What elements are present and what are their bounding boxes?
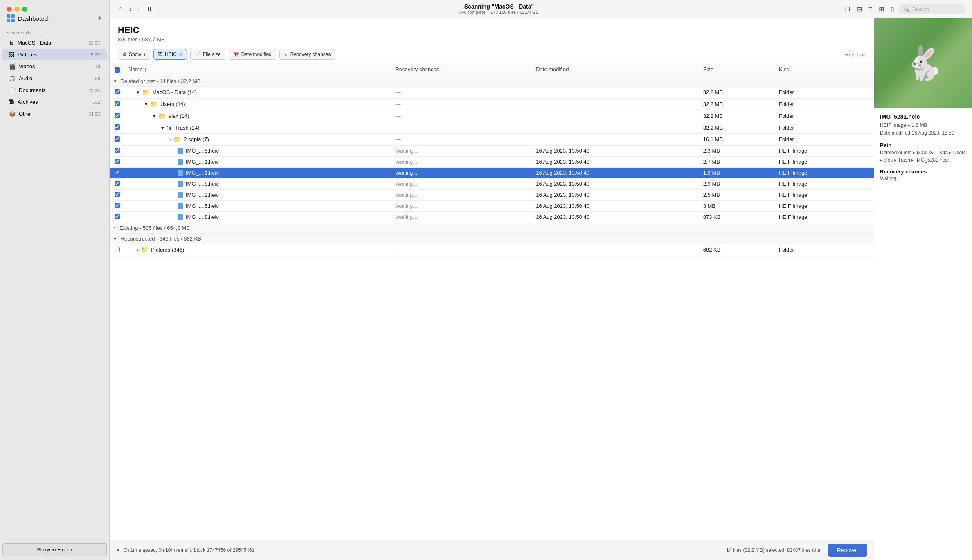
row-check-macos[interactable] xyxy=(110,86,124,98)
folder-icon: 📁 xyxy=(141,246,148,254)
sidebar-item-documents[interactable]: 📄 Documents 22,2K xyxy=(2,85,107,96)
star-icon: ☆ xyxy=(284,52,288,57)
table-row: ▾ 📁 Users (14) — 32,2 MB Folder xyxy=(110,98,874,110)
expand-pictures346[interactable]: › xyxy=(137,247,138,253)
calendar-icon: 📅 xyxy=(233,52,239,57)
table-row: › 📁 Pictures (346) — 682 KB Folder xyxy=(110,244,874,256)
filter-icon: ⚙ xyxy=(122,52,127,57)
main-content: ⌂ ‹ › ⏸ Scanning "MacOS - Data" 5% compl… xyxy=(110,0,972,560)
sidebar-item-count-archives: 182 xyxy=(93,100,100,105)
section-expand-reconstructed[interactable]: ▾ xyxy=(114,236,117,242)
search-input[interactable] xyxy=(912,6,961,12)
section-expand-existing[interactable]: › xyxy=(114,225,115,231)
sidebar-item-audio[interactable]: 🎵 Audio 50 xyxy=(2,73,107,84)
sidebar-item-count-documents: 22,2K xyxy=(88,88,100,93)
datemodified-filter-label: Date modified xyxy=(241,52,272,57)
filesize-filter-button[interactable]: 📄 File size xyxy=(190,49,225,60)
table-header-kind: Kind xyxy=(775,63,874,76)
table-row: › 📁 2 copia (7) — 16,1 MB Folder xyxy=(110,133,874,145)
sidebar-item-count-other: 54,8K xyxy=(88,112,100,117)
detail-path-label: Path xyxy=(880,142,966,148)
dashboard-nav-item[interactable]: Dashboard xyxy=(7,14,48,22)
table-row-selected[interactable]: IMG_....1.heic Waiting... 16 Aug 2023, 1… xyxy=(110,167,874,178)
sidebar-item-count-pictures: 5,2K xyxy=(91,52,100,57)
heic-file-icon xyxy=(178,214,183,220)
sidebar-item-archives[interactable]: 🗜 Archives 182 xyxy=(2,97,107,108)
detail-info: IMG_5281.heic HEIF Image – 1,8 MB Date m… xyxy=(874,108,972,186)
pause-button[interactable]: ⏸ xyxy=(144,4,155,14)
row-size-macos: 32,2 MB xyxy=(699,86,775,98)
pictures-icon: 🖼 xyxy=(9,52,14,58)
filesize-icon: 📄 xyxy=(195,52,201,57)
traffic-light-red[interactable] xyxy=(7,7,12,12)
sidebar-item-videos[interactable]: 🎬 Videos 10 xyxy=(2,61,107,72)
toolbar-title-sub: 5% complete – 173 180 files / 62,04 GB xyxy=(160,10,837,15)
sidebar-item-label-videos: Videos xyxy=(19,63,92,70)
heic-filter-button[interactable]: 🖼 HEIC ✕ xyxy=(153,49,187,60)
sidebar-item-count-macos: 82,5K xyxy=(88,40,100,45)
expand-2copia[interactable]: › xyxy=(169,136,171,142)
reset-all-button[interactable]: Reset all xyxy=(845,52,866,58)
table-row: IMG_....5.heic Waiting... 16 Aug 2023, 1… xyxy=(110,200,874,211)
row-expand-macos[interactable]: ▾ xyxy=(137,89,140,95)
recoverychances-filter-button[interactable]: ☆ Recovery chances xyxy=(279,49,335,60)
sidebar-item-count-audio: 50 xyxy=(95,76,100,81)
table-header-name[interactable]: Name ↑ xyxy=(124,63,391,76)
table-header-check: — xyxy=(110,63,124,76)
detail-recovery-value: Waiting... xyxy=(880,175,966,181)
sidebar-item-pictures[interactable]: 🖼 Pictures 5,2K xyxy=(2,49,107,60)
heic-file-icon xyxy=(178,159,183,165)
show-finder-button[interactable]: Show in Finder xyxy=(2,543,107,556)
detail-path-value: Deleted or lost ▸ MacOS - Data ▸ Users ▸… xyxy=(880,149,966,164)
heic-filter-close[interactable]: ✕ xyxy=(179,52,182,57)
audio-icon: 🎵 xyxy=(9,75,16,81)
archives-icon: 🗜 xyxy=(9,99,14,105)
file-header: HEIC 895 files / 687,7 MB xyxy=(110,18,874,46)
list-view-button[interactable]: ≡ xyxy=(867,4,874,14)
folder-icon: 🗑 xyxy=(166,124,173,131)
recover-button[interactable]: Recover xyxy=(828,544,867,557)
selected-info: 14 files (32,2 MB) selected, 82487 files… xyxy=(726,547,821,553)
sidebar-item-label-documents: Documents xyxy=(19,87,85,93)
detail-panel: IMG_5281.heic HEIF Image – 1,8 MB Date m… xyxy=(874,18,972,560)
show-filter-label: Show xyxy=(129,52,141,57)
forward-button[interactable]: › xyxy=(135,4,142,14)
status-text: 0h 1m elapsed, 0h 10m remain, block 1747… xyxy=(124,547,254,553)
file-view-button[interactable]: ☐ xyxy=(843,4,852,15)
section-expand-deleted[interactable]: ▾ xyxy=(114,78,117,84)
show-filter-button[interactable]: ⚙ Show ▾ xyxy=(118,49,150,60)
grid-view-button[interactable]: ⊞ xyxy=(877,4,886,15)
folder-view-button[interactable]: ⊟ xyxy=(855,4,864,15)
table-row: IMG_....1.heic Waiting... 16 Aug 2023, 1… xyxy=(110,156,874,167)
expand-alex[interactable]: ▾ xyxy=(153,113,156,119)
expand-trash[interactable]: ▾ xyxy=(161,125,164,131)
file-table-wrap: — Name ↑ Recovery chances Date modified … xyxy=(110,63,874,540)
sidebar-item-macos-data[interactable]: 🖥 MacOS - Data 82,5K xyxy=(2,37,107,48)
heic-icon: 🖼 xyxy=(158,52,163,57)
heic-filter-label: HEIC xyxy=(165,52,177,57)
detail-filename: IMG_5281.heic xyxy=(880,113,966,120)
chevron-down-icon: ▾ xyxy=(143,52,146,57)
back-button[interactable]: ‹ xyxy=(127,4,134,14)
videos-icon: 🎬 xyxy=(9,63,16,70)
datemodified-filter-button[interactable]: 📅 Date modified xyxy=(229,49,276,60)
folder-icon: 📁 xyxy=(158,112,166,120)
home-button[interactable]: ⌂ xyxy=(116,4,125,14)
sidebar-item-other[interactable]: 📦 Other 54,8K xyxy=(2,108,107,119)
table-row: IMG_....8.heic Waiting... 16 Aug 2023, 1… xyxy=(110,178,874,189)
panel-view-button[interactable]: ▯ xyxy=(889,4,896,15)
search-icon: 🔍 xyxy=(903,6,910,12)
table-header-size: Size xyxy=(699,63,775,76)
toolbar-title: Scanning "MacOS - Data" 5% complete – 17… xyxy=(160,3,837,15)
table-header-recovery: Recovery chances xyxy=(391,63,532,76)
traffic-light-yellow[interactable] xyxy=(14,7,20,12)
detail-preview-image xyxy=(874,18,972,108)
search-box[interactable]: 🔍 xyxy=(899,4,965,14)
toolbar-actions: ☐ ⊟ ≡ ⊞ ▯ 🔍 xyxy=(843,4,965,15)
table-row: IMG_....2.heic Waiting... 16 Aug 2023, 1… xyxy=(110,189,874,200)
traffic-light-green[interactable] xyxy=(22,7,27,12)
expand-users[interactable]: ▾ xyxy=(145,101,148,107)
row-name-macos: ▾ 📁 MacOS - Data (14) xyxy=(124,86,391,98)
row-recovery-macos: — xyxy=(391,86,532,98)
select-all-checkbox[interactable]: — xyxy=(115,67,120,73)
